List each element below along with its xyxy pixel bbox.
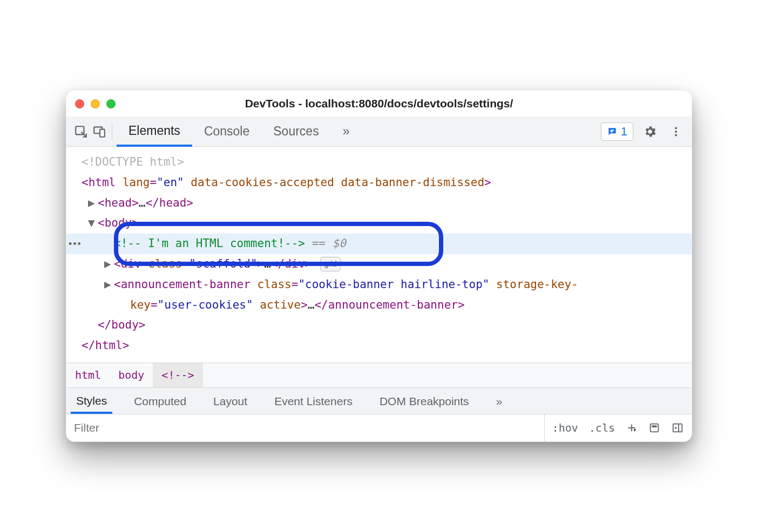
tab-console[interactable]: Console xyxy=(192,117,261,146)
minimize-window-button[interactable] xyxy=(91,99,100,108)
more-menu-icon[interactable] xyxy=(667,122,685,141)
window-title: DevTools - localhost:8080/docs/devtools/… xyxy=(66,97,692,110)
selection-indicator-icon[interactable]: ••• xyxy=(69,235,82,253)
settings-gear-icon[interactable] xyxy=(641,122,659,141)
tab-more[interactable]: » xyxy=(331,117,362,146)
svg-rect-2 xyxy=(100,129,105,137)
hov-toggle[interactable]: :hov xyxy=(549,419,581,436)
grid-badge[interactable]: grid xyxy=(320,257,340,271)
dom-html-close[interactable]: </html> xyxy=(82,336,692,356)
tab-layout[interactable]: Layout xyxy=(208,389,253,412)
html-comment-node[interactable]: <!-- I'm an HTML comment!--> xyxy=(114,237,305,250)
main-tabs: Elements Console Sources » xyxy=(117,117,361,146)
expand-arrow-icon[interactable]: ▶ xyxy=(104,275,114,295)
svg-rect-7 xyxy=(652,425,657,427)
tab-computed[interactable]: Computed xyxy=(128,389,192,412)
svg-rect-6 xyxy=(651,424,659,432)
dom-head[interactable]: ▶<head>…</head> xyxy=(82,193,692,214)
styles-filter-input[interactable] xyxy=(66,414,545,441)
device-toolbar-icon[interactable] xyxy=(90,122,109,141)
devtools-window: DevTools - localhost:8080/docs/devtools/… xyxy=(66,90,692,442)
svg-point-3 xyxy=(675,127,677,129)
dom-tree[interactable]: <!DOCTYPE html> <html lang="en" data-coo… xyxy=(66,147,692,363)
expand-arrow-icon[interactable]: ▶ xyxy=(104,254,114,275)
tab-elements[interactable]: Elements xyxy=(117,117,192,147)
issues-button[interactable]: 1 xyxy=(601,122,633,141)
dom-doctype[interactable]: <!DOCTYPE html> xyxy=(82,152,692,173)
toggle-sidebar-icon[interactable] xyxy=(668,420,687,436)
inspect-element-icon[interactable] xyxy=(72,122,90,141)
tab-sources[interactable]: Sources xyxy=(261,117,330,146)
svg-rect-8 xyxy=(673,424,682,432)
tab-event-listeners[interactable]: Event Listeners xyxy=(269,389,358,412)
dom-body-open[interactable]: ▼<body> xyxy=(82,213,692,234)
titlebar: DevTools - localhost:8080/docs/devtools/… xyxy=(66,91,692,117)
breadcrumb-bar: html body <!--> xyxy=(66,363,692,387)
collapse-arrow-icon[interactable]: ▼ xyxy=(88,213,98,234)
dom-html-open[interactable]: <html lang="en" data-cookies-accepted da… xyxy=(82,173,692,193)
main-toolbar: Elements Console Sources » 1 xyxy=(66,117,692,147)
zoom-window-button[interactable] xyxy=(106,99,116,108)
expand-arrow-icon[interactable]: ▶ xyxy=(88,193,98,214)
breadcrumb-html[interactable]: html xyxy=(66,363,110,387)
traffic-lights xyxy=(75,99,116,108)
issues-count: 1 xyxy=(621,125,627,139)
breadcrumb-body[interactable]: body xyxy=(110,363,153,387)
dom-body-close[interactable]: </body> xyxy=(82,315,692,336)
dom-announcement-banner-cont[interactable]: key="user-cookies" active>…</announcemen… xyxy=(82,295,692,316)
styles-panel-tabs: Styles Computed Layout Event Listeners D… xyxy=(66,387,692,414)
dollar-zero-ref: $0 xyxy=(333,237,346,250)
tab-more-styles[interactable]: » xyxy=(491,389,508,412)
cls-toggle[interactable]: .cls xyxy=(586,419,618,436)
dom-selected-row[interactable]: ••• <!-- I'm an HTML comment!--> == $0 xyxy=(66,234,692,254)
tab-dom-breakpoints[interactable]: DOM Breakpoints xyxy=(374,389,475,412)
dom-announcement-banner[interactable]: ▶<announcement-banner class="cookie-bann… xyxy=(82,275,692,295)
tab-styles[interactable]: Styles xyxy=(71,388,112,414)
close-window-button[interactable] xyxy=(75,99,84,108)
new-style-rule-icon[interactable] xyxy=(622,420,641,436)
svg-point-4 xyxy=(675,130,677,132)
styles-filter-bar: :hov .cls xyxy=(66,414,692,441)
dom-div-scaffold[interactable]: ▶<div class="scaffold">…</div> grid xyxy=(82,254,692,275)
computed-styles-icon[interactable] xyxy=(645,420,664,436)
svg-point-5 xyxy=(675,134,677,136)
breadcrumb-comment[interactable]: <!--> xyxy=(153,363,202,387)
divider xyxy=(112,124,112,140)
